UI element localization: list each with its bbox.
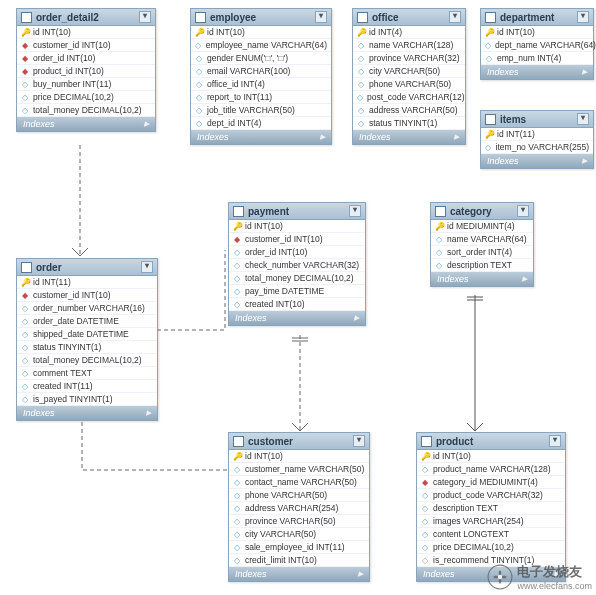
column-row[interactable]: ◆customer_id INT(10) <box>229 233 365 246</box>
column-row[interactable]: ◇order_date DATETIME <box>17 315 157 328</box>
indexes-row[interactable]: Indexes ▶ <box>17 406 157 420</box>
column-row[interactable]: ◇total_money DECIMAL(10,2) <box>17 354 157 367</box>
column-row[interactable]: ◇credit_limit INT(10) <box>229 554 369 567</box>
column-row[interactable]: ◇content LONGTEXT <box>417 528 565 541</box>
column-row[interactable]: ◇price DECIMAL(10,2) <box>417 541 565 554</box>
table-header[interactable]: department ▾ <box>481 9 593 26</box>
column-row[interactable]: 🔑id INT(4) <box>353 26 465 39</box>
column-row[interactable]: 🔑id INT(10) <box>17 26 155 39</box>
table-header[interactable]: category ▾ <box>431 203 533 220</box>
table-order-detail2[interactable]: order_detail2 ▾ 🔑id INT(10)◆customer_id … <box>16 8 156 132</box>
column-row[interactable]: ◇description TEXT <box>417 502 565 515</box>
table-employee[interactable]: employee ▾ 🔑id INT(10)◇employee_name VAR… <box>190 8 332 145</box>
column-row[interactable]: ◇dept_id INT(4) <box>191 117 331 130</box>
table-category[interactable]: category ▾ 🔑id MEDIUMINT(4)◇name VARCHAR… <box>430 202 534 287</box>
column-row[interactable]: ◇city VARCHAR(50) <box>229 528 369 541</box>
column-row[interactable]: ◇total_money DECIMAL(10,2) <box>229 272 365 285</box>
column-row[interactable]: 🔑id MEDIUMINT(4) <box>431 220 533 233</box>
table-header[interactable]: customer ▾ <box>229 433 369 450</box>
indexes-row[interactable]: Indexes ▶ <box>17 117 155 131</box>
indexes-row[interactable]: Indexes ▶ <box>481 154 593 168</box>
column-row[interactable]: ◇total_money DECIMAL(10,2) <box>17 104 155 117</box>
collapse-icon[interactable]: ▾ <box>577 113 589 125</box>
column-row[interactable]: ◇status TINYINT(1) <box>17 341 157 354</box>
collapse-icon[interactable]: ▾ <box>353 435 365 447</box>
column-row[interactable]: ◇comment TEXT <box>17 367 157 380</box>
column-row[interactable]: ◇office_id INT(4) <box>191 78 331 91</box>
indexes-row[interactable]: Indexes ▶ <box>229 311 365 325</box>
column-row[interactable]: ◇check_number VARCHAR(32) <box>229 259 365 272</box>
indexes-row[interactable]: Indexes ▶ <box>191 130 331 144</box>
column-row[interactable]: ◇province VARCHAR(32) <box>353 52 465 65</box>
indexes-row[interactable]: Indexes ▶ <box>431 272 533 286</box>
column-row[interactable]: ◇sale_employee_id INT(11) <box>229 541 369 554</box>
column-row[interactable]: ◇province VARCHAR(50) <box>229 515 369 528</box>
column-row[interactable]: 🔑id INT(11) <box>481 128 593 141</box>
table-header[interactable]: employee ▾ <box>191 9 331 26</box>
column-row[interactable]: ◇description TEXT <box>431 259 533 272</box>
column-row[interactable]: ◇customer_name VARCHAR(50) <box>229 463 369 476</box>
column-row[interactable]: ◇order_id INT(10) <box>229 246 365 259</box>
table-header[interactable]: payment ▾ <box>229 203 365 220</box>
indexes-row[interactable]: Indexes ▶ <box>353 130 465 144</box>
column-row[interactable]: ◇gender ENUM('□', '□') <box>191 52 331 65</box>
column-row[interactable]: ◆customer_id INT(10) <box>17 289 157 302</box>
column-row[interactable]: 🔑id INT(10) <box>229 220 365 233</box>
column-row[interactable]: 🔑id INT(10) <box>417 450 565 463</box>
column-row[interactable]: ◇job_title VARCHAR(50) <box>191 104 331 117</box>
column-row[interactable]: ◇created INT(10) <box>229 298 365 311</box>
table-customer[interactable]: customer ▾ 🔑id INT(10)◇customer_name VAR… <box>228 432 370 582</box>
indexes-row[interactable]: Indexes ▶ <box>481 65 593 79</box>
column-row[interactable]: ◇pay_time DATETIME <box>229 285 365 298</box>
table-header[interactable]: product ▾ <box>417 433 565 450</box>
column-row[interactable]: ◇address VARCHAR(50) <box>353 104 465 117</box>
column-row[interactable]: 🔑id INT(10) <box>191 26 331 39</box>
collapse-icon[interactable]: ▾ <box>349 205 361 217</box>
column-row[interactable]: ◇city VARCHAR(50) <box>353 65 465 78</box>
collapse-icon[interactable]: ▾ <box>577 11 589 23</box>
table-product[interactable]: product ▾ 🔑id INT(10)◇product_name VARCH… <box>416 432 566 582</box>
column-row[interactable]: 🔑id INT(11) <box>17 276 157 289</box>
column-row[interactable]: ◇item_no VARCHAR(255) <box>481 141 593 154</box>
table-items[interactable]: items ▾ 🔑id INT(11)◇item_no VARCHAR(255)… <box>480 110 594 169</box>
column-row[interactable]: ◇images VARCHAR(254) <box>417 515 565 528</box>
table-order[interactable]: order ▾ 🔑id INT(11)◆customer_id INT(10)◇… <box>16 258 158 421</box>
column-row[interactable]: ◇phone VARCHAR(50) <box>353 78 465 91</box>
table-office[interactable]: office ▾ 🔑id INT(4)◇name VARCHAR(128)◇pr… <box>352 8 466 145</box>
column-row[interactable]: ◇post_code VARCHAR(12) <box>353 91 465 104</box>
column-row[interactable]: 🔑id INT(10) <box>229 450 369 463</box>
column-row[interactable]: 🔑id INT(10) <box>481 26 593 39</box>
column-row[interactable]: ◇price DECIMAL(10,2) <box>17 91 155 104</box>
table-header[interactable]: items ▾ <box>481 111 593 128</box>
column-row[interactable]: ◇name VARCHAR(64) <box>431 233 533 246</box>
collapse-icon[interactable]: ▾ <box>315 11 327 23</box>
column-row[interactable]: ◇name VARCHAR(128) <box>353 39 465 52</box>
column-row[interactable]: ◇buy_number INT(11) <box>17 78 155 91</box>
column-row[interactable]: ◇employee_name VARCHAR(64) <box>191 39 331 52</box>
column-row[interactable]: ◇phone VARCHAR(50) <box>229 489 369 502</box>
column-row[interactable]: ◇dept_name VARCHAR(64) <box>481 39 593 52</box>
collapse-icon[interactable]: ▾ <box>449 11 461 23</box>
column-row[interactable]: ◇status TINYINT(1) <box>353 117 465 130</box>
collapse-icon[interactable]: ▾ <box>139 11 151 23</box>
column-row[interactable]: ◇product_name VARCHAR(128) <box>417 463 565 476</box>
column-row[interactable]: ◇product_code VARCHAR(32) <box>417 489 565 502</box>
column-row[interactable]: ◇sort_order INT(4) <box>431 246 533 259</box>
column-row[interactable]: ◇email VARCHAR(100) <box>191 65 331 78</box>
table-header[interactable]: order_detail2 ▾ <box>17 9 155 26</box>
column-row[interactable]: ◆customer_id INT(10) <box>17 39 155 52</box>
column-row[interactable]: ◆category_id MEDIUMINT(4) <box>417 476 565 489</box>
column-row[interactable]: ◇report_to INT(11) <box>191 91 331 104</box>
column-row[interactable]: ◇address VARCHAR(254) <box>229 502 369 515</box>
collapse-icon[interactable]: ▾ <box>517 205 529 217</box>
table-header[interactable]: order ▾ <box>17 259 157 276</box>
table-department[interactable]: department ▾ 🔑id INT(10)◇dept_name VARCH… <box>480 8 594 80</box>
column-row[interactable]: ◇contact_name VARCHAR(50) <box>229 476 369 489</box>
column-row[interactable]: ◆product_id INT(10) <box>17 65 155 78</box>
column-row[interactable]: ◇emp_num INT(4) <box>481 52 593 65</box>
indexes-row[interactable]: Indexes ▶ <box>229 567 369 581</box>
collapse-icon[interactable]: ▾ <box>549 435 561 447</box>
collapse-icon[interactable]: ▾ <box>141 261 153 273</box>
column-row[interactable]: ◇is_payed TINYINT(1) <box>17 393 157 406</box>
table-payment[interactable]: payment ▾ 🔑id INT(10)◆customer_id INT(10… <box>228 202 366 326</box>
